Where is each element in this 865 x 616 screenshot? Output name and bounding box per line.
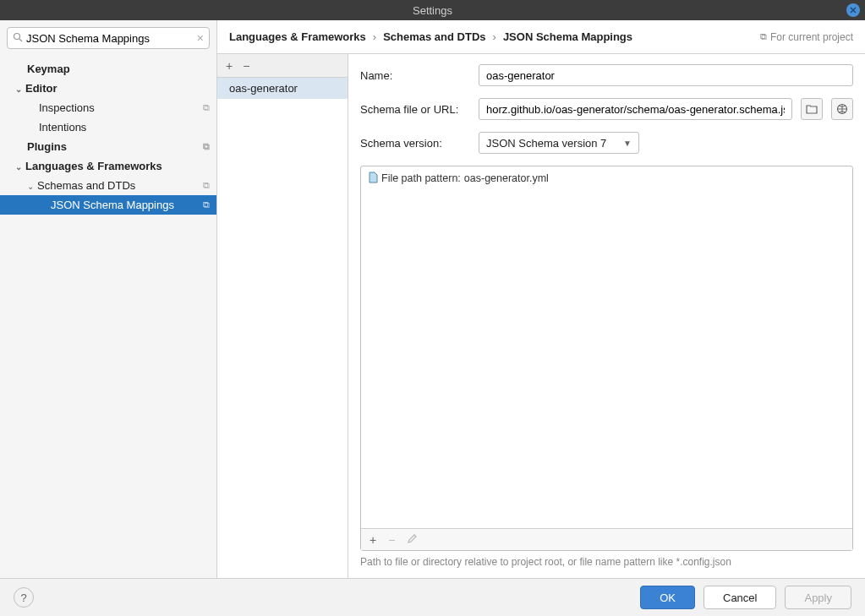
search-input[interactable] xyxy=(26,32,197,45)
mapping-list-panel: + − oas-generator xyxy=(217,54,348,578)
add-mapping-button[interactable]: + xyxy=(226,59,233,73)
project-indicator-icon: ⧉ xyxy=(203,180,210,191)
file-pattern-icon xyxy=(368,172,378,185)
project-indicator-icon: ⧉ xyxy=(203,199,210,210)
project-indicator-icon: ⧉ xyxy=(760,31,767,42)
schema-version-dropdown[interactable]: JSON Schema version 7 ▼ xyxy=(479,132,639,154)
tree-item-json-schema-mappings[interactable]: JSON Schema Mappings⧉ xyxy=(0,195,216,215)
chevron-down-icon: ⌄ xyxy=(14,162,24,172)
tree-item-schemas-dtds[interactable]: ⌄Schemas and DTDs ⧉ xyxy=(0,176,216,195)
file-pattern-list: File path pattern: oas-generator.yml + − xyxy=(360,166,853,551)
breadcrumb-b[interactable]: Schemas and DTDs xyxy=(383,30,485,43)
breadcrumb-a[interactable]: Languages & Frameworks xyxy=(229,30,366,43)
browse-button[interactable] xyxy=(801,98,823,120)
chevron-down-icon: ⌄ xyxy=(25,182,36,191)
folder-icon xyxy=(806,104,818,114)
tree-item-inspections[interactable]: Inspections⧉ xyxy=(0,98,216,117)
tree-item-keymap[interactable]: Keymap xyxy=(0,59,216,79)
edit-file-pattern-button[interactable] xyxy=(407,533,417,547)
file-pattern-entry[interactable]: File path pattern: oas-generator.yml xyxy=(368,172,846,185)
search-box[interactable]: × xyxy=(7,27,210,49)
tree-item-intentions[interactable]: Intentions xyxy=(0,117,216,137)
help-button[interactable]: ? xyxy=(14,587,34,608)
svg-point-0 xyxy=(14,33,20,39)
tree-item-plugins[interactable]: Plugins⧉ xyxy=(0,137,216,156)
project-indicator-icon: ⧉ xyxy=(203,141,210,152)
name-input[interactable] xyxy=(479,64,853,86)
name-label: Name: xyxy=(360,69,470,82)
schema-url-input[interactable] xyxy=(479,98,792,120)
close-window-button[interactable] xyxy=(846,3,860,17)
mapping-list-item[interactable]: oas-generator xyxy=(217,78,348,99)
settings-sidebar: × Keymap ⌄Editor Inspections⧉ Intentions… xyxy=(0,20,217,578)
file-pattern-label: File path pattern: xyxy=(381,172,461,184)
mapping-list-toolbar: + − xyxy=(217,54,348,78)
file-pattern-toolbar: + − xyxy=(361,528,852,550)
dropdown-value: JSON Schema version 7 xyxy=(486,137,606,150)
remote-url-button[interactable] xyxy=(831,98,853,120)
scope-label: ⧉ For current project xyxy=(760,31,853,43)
search-clear-icon[interactable]: × xyxy=(197,31,204,45)
project-indicator-icon: ⧉ xyxy=(203,102,210,113)
dialog-footer: ? OK Cancel Apply xyxy=(0,578,865,616)
url-label: Schema file or URL: xyxy=(360,103,470,116)
add-file-pattern-button[interactable]: + xyxy=(370,533,376,547)
window-title: Settings xyxy=(413,4,452,17)
tree-item-editor[interactable]: ⌄Editor xyxy=(0,79,216,98)
cancel-button[interactable]: Cancel xyxy=(703,586,776,609)
mapping-form: Name: Schema file or URL: Schema version… xyxy=(348,54,865,578)
chevron-down-icon: ▼ xyxy=(623,139,632,148)
settings-tree: Keymap ⌄Editor Inspections⧉ Intentions P… xyxy=(0,56,216,578)
file-pattern-hint: Path to file or directory relative to pr… xyxy=(360,556,853,568)
breadcrumb-c: JSON Schema Mappings xyxy=(503,30,632,43)
remove-file-pattern-button[interactable]: − xyxy=(388,533,395,547)
chevron-down-icon: ⌄ xyxy=(14,84,24,94)
version-label: Schema version: xyxy=(360,137,470,150)
breadcrumb: Languages & Frameworks › Schemas and DTD… xyxy=(217,20,865,54)
titlebar: Settings xyxy=(0,0,865,20)
search-icon xyxy=(13,32,23,45)
tree-item-languages-frameworks[interactable]: ⌄Languages & Frameworks xyxy=(0,156,216,176)
chevron-right-icon: › xyxy=(373,30,376,43)
file-pattern-value: oas-generator.yml xyxy=(464,172,549,184)
chevron-right-icon: › xyxy=(493,30,496,43)
apply-button[interactable]: Apply xyxy=(785,586,851,609)
globe-icon xyxy=(836,103,848,115)
remove-mapping-button[interactable]: − xyxy=(243,59,249,73)
ok-button[interactable]: OK xyxy=(640,586,695,609)
pencil-icon xyxy=(407,534,417,544)
